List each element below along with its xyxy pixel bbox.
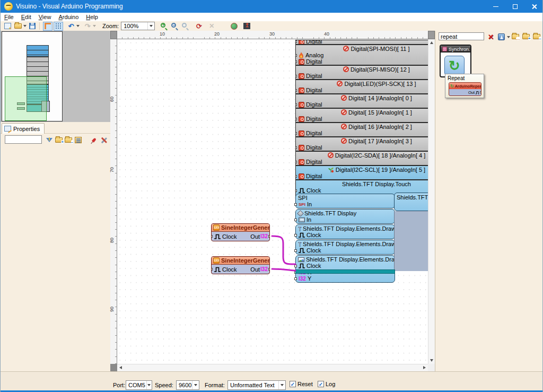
minimize-button[interactable] bbox=[486, 0, 505, 13]
reset-checkbox[interactable]: ✓ Reset bbox=[290, 381, 313, 387]
zoom-reset-button[interactable] bbox=[180, 22, 190, 31]
pin-connector[interactable] bbox=[295, 118, 297, 120]
palette-collapse-all-icon[interactable] bbox=[532, 32, 541, 41]
pin-connector[interactable] bbox=[295, 75, 297, 77]
menu-view[interactable]: View bbox=[35, 13, 55, 21]
design-canvas[interactable]: Digital Digital(SPI-MOSI)[ 11 ]AnalogDig… bbox=[117, 39, 428, 364]
pin-connector[interactable] bbox=[295, 60, 297, 63]
board-channel[interactable]: Digital[ 17 ]/AnalogIn[ 3 ]Digital bbox=[296, 136, 428, 151]
pin-connector[interactable] bbox=[295, 54, 297, 57]
web-help-button[interactable] bbox=[229, 22, 239, 31]
maximize-button[interactable] bbox=[505, 0, 524, 13]
palette-tools-icon[interactable] bbox=[541, 32, 543, 41]
refresh-button[interactable]: ⟳ bbox=[194, 22, 204, 31]
minimap[interactable] bbox=[2, 31, 63, 121]
pin-connector[interactable] bbox=[268, 268, 270, 271]
repeat-component-icon[interactable]: ↻ bbox=[444, 56, 465, 76]
pin-connector[interactable] bbox=[294, 249, 297, 252]
tft-component-box[interactable]: TShields.TFT Display.Elements.Draw Text2… bbox=[295, 240, 395, 255]
scroll-down-icon[interactable] bbox=[430, 359, 433, 362]
filter-funnel-icon[interactable] bbox=[45, 136, 54, 144]
minimap-viewport-rect[interactable] bbox=[5, 76, 47, 121]
pin-connector[interactable] bbox=[294, 265, 297, 267]
zoom-in-button[interactable]: + bbox=[159, 22, 169, 31]
scroll-up-icon[interactable] bbox=[430, 41, 433, 44]
board-channel[interactable]: Digital[ 16 ]/AnalogIn[ 2 ]Digital bbox=[296, 122, 428, 136]
board-channel[interactable]: Digital[ 15 ]/AnalogIn[ 1 ]Digital bbox=[296, 108, 428, 122]
pin-connector[interactable] bbox=[268, 235, 270, 238]
tft-component-box[interactable]: TShields.TFT Display.Elements.Draw Text1… bbox=[295, 224, 395, 239]
pin-connector[interactable] bbox=[295, 189, 297, 192]
properties-filter-input[interactable] bbox=[5, 135, 42, 144]
board-channel[interactable]: Digital(I2C-SDA)[ 18 ]/AnalogIn[ 4 ]Digi… bbox=[296, 151, 428, 165]
vertical-scrollbar[interactable] bbox=[428, 39, 435, 364]
pin-connector[interactable] bbox=[296, 40, 297, 43]
format-combobox[interactable]: Unformatted Text bbox=[227, 380, 286, 390]
palette-folder-note-icon[interactable] bbox=[511, 32, 520, 41]
wire-gen2-to-y[interactable] bbox=[272, 269, 295, 271]
tree-view-icon[interactable] bbox=[74, 136, 82, 144]
palette-expand-all-icon[interactable] bbox=[521, 32, 530, 41]
menu-file[interactable]: File bbox=[1, 13, 17, 21]
pin-connector[interactable] bbox=[294, 219, 297, 221]
undo-button[interactable]: ↶ bbox=[66, 22, 76, 31]
palette-item-synchronization[interactable]: Synchron... ↻ bbox=[440, 45, 471, 77]
filter-wizard-icon[interactable] bbox=[497, 32, 506, 41]
component-sine-integer-generator-2[interactable]: 123SineIntegerGenerator2ClockOutI32 bbox=[211, 256, 270, 274]
wire-gen1-to-x[interactable] bbox=[272, 236, 295, 264]
pin-connector[interactable] bbox=[295, 175, 297, 178]
save-sketch-button[interactable] bbox=[28, 22, 37, 31]
menu-help[interactable]: Help bbox=[82, 13, 102, 21]
log-checkbox[interactable]: ✓ Log bbox=[318, 381, 335, 387]
board-channel[interactable]: Digital(SPI-MOSI)[ 11 ]AnalogDigital bbox=[296, 44, 428, 65]
speed-dropdown-arrow[interactable] bbox=[192, 381, 199, 389]
filter-dropdown-arrow[interactable] bbox=[507, 36, 510, 38]
horizontal-scrollbar[interactable] bbox=[117, 364, 428, 371]
pin-connector[interactable] bbox=[295, 161, 297, 163]
route-wires-toggle[interactable] bbox=[43, 22, 52, 31]
pin-connector[interactable] bbox=[211, 268, 213, 271]
open-sketch-button[interactable] bbox=[13, 22, 23, 31]
pin-connector[interactable] bbox=[295, 146, 297, 149]
zoom-out-button[interactable]: – bbox=[170, 22, 179, 31]
pin-connector[interactable] bbox=[294, 203, 297, 206]
delete-button[interactable]: ✕ bbox=[207, 22, 216, 31]
scroll-left-icon[interactable] bbox=[119, 366, 122, 369]
expand-categories-icon[interactable] bbox=[55, 136, 63, 144]
pin-panel-icon[interactable] bbox=[90, 136, 98, 144]
pin-connector[interactable] bbox=[211, 235, 213, 238]
close-button[interactable] bbox=[524, 0, 543, 13]
tft-component-box[interactable]: Shields.TFT Display.Elements.Draw Bitmap… bbox=[295, 255, 395, 283]
new-sketch-button[interactable] bbox=[3, 22, 12, 31]
collapse-categories-icon[interactable] bbox=[64, 136, 73, 144]
zoom-combobox[interactable]: 100% bbox=[121, 22, 155, 30]
redo-button[interactable]: ↷ bbox=[83, 22, 92, 31]
board-channel[interactable]: Digital(LED)(SPI-SCK)[ 13 ]Digital bbox=[296, 79, 428, 93]
board-channel[interactable]: Digital[ 14 ]/AnalogIn[ 0 ]Digital bbox=[296, 93, 428, 108]
panel-tools-icon[interactable] bbox=[99, 136, 108, 144]
snap-grid-toggle[interactable] bbox=[54, 22, 63, 31]
component-sine-integer-generator-1[interactable]: 123SineIntegerGenerator1ClockOutI32 bbox=[211, 223, 270, 241]
tft-component-box[interactable]: Shields.TFT DisplayIn bbox=[295, 209, 395, 224]
port-combobox[interactable]: COM5 (L bbox=[126, 380, 152, 390]
pin-connector[interactable] bbox=[295, 89, 297, 92]
tft-component-box[interactable]: SPISPIIn bbox=[295, 194, 395, 208]
pin-connector[interactable] bbox=[294, 277, 297, 280]
pin-connector[interactable] bbox=[294, 234, 297, 237]
tft-side-box[interactable]: Shields.TFT Dis bbox=[394, 193, 428, 211]
build-upload-button[interactable] bbox=[242, 22, 251, 31]
board-channel[interactable]: Digital(SPI-MISO)[ 12 ]Digital bbox=[296, 65, 428, 79]
speed-combobox[interactable]: 9600 bbox=[176, 380, 199, 390]
menu-arduino[interactable]: Arduino bbox=[55, 13, 82, 21]
palette-search-input[interactable] bbox=[439, 32, 484, 40]
clear-search-icon[interactable]: ✕ bbox=[486, 32, 495, 41]
port-dropdown-arrow[interactable] bbox=[146, 381, 152, 389]
zoom-dropdown-arrow[interactable] bbox=[147, 22, 154, 30]
board-channel[interactable]: Digital(I2C-SCL)[ 19 ]/AnalogIn[ 5 ]Digi… bbox=[296, 165, 428, 179]
scroll-right-icon[interactable] bbox=[423, 366, 426, 369]
pin-connector[interactable] bbox=[295, 103, 297, 106]
tab-properties[interactable]: Properties bbox=[2, 123, 45, 134]
undo-dropdown-arrow[interactable] bbox=[76, 25, 80, 27]
open-dropdown-arrow[interactable] bbox=[23, 25, 27, 27]
format-dropdown-arrow[interactable] bbox=[278, 381, 285, 389]
